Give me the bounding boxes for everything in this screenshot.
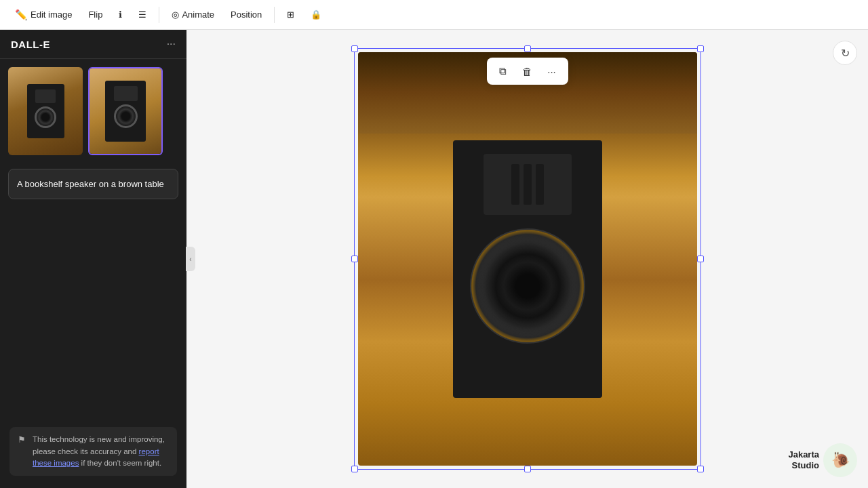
snail-icon: 🐌 (831, 451, 850, 469)
flip-button[interactable]: Flip (81, 5, 109, 24)
image-thumb-1[interactable] (8, 67, 83, 155)
duplicate-button[interactable]: ⧉ (492, 60, 514, 82)
handle-bottom-center[interactable] (524, 466, 531, 472)
image-thumb-2[interactable] (88, 67, 163, 155)
tweeter-inner (511, 164, 544, 205)
tweeter-bar-1 (511, 164, 519, 205)
canvas-image-wrapper[interactable]: ⧉ 🗑 ··· (358, 52, 697, 466)
animate-icon: ◎ (172, 9, 179, 20)
trash-icon: 🗑 (522, 66, 532, 77)
menu-button[interactable]: ☰ (132, 5, 153, 24)
handle-top-center[interactable] (524, 45, 531, 52)
sidebar-bottom: ⚑ This technology is new and improving, … (0, 418, 186, 488)
collapse-handle[interactable]: ‹ (186, 247, 195, 271)
lock-button[interactable]: 🔒 (304, 5, 328, 24)
tweeter-decoration-1 (35, 89, 56, 103)
more-options-button[interactable]: ··· (541, 60, 563, 82)
top-toolbar: ✏️ Edit image Flip ℹ ☰ ◎ Animate Positio… (0, 0, 868, 30)
delete-button[interactable]: 🗑 (517, 60, 538, 82)
disclaimer-text: This technology is new and improving, pl… (33, 434, 169, 469)
more-icon: ··· (547, 66, 556, 77)
watermark-line2: Studio (788, 460, 819, 471)
handle-middle-right[interactable] (697, 256, 704, 262)
refresh-button[interactable]: ↻ (833, 41, 857, 65)
watermark-line1: Jakarta (788, 449, 819, 460)
watermark-text: Jakarta Studio (788, 449, 819, 470)
edit-image-icon: ✏️ (15, 9, 28, 21)
speaker-main-tweeter (484, 154, 572, 215)
canvas-image (358, 52, 697, 466)
woofer-decoration-2 (114, 104, 138, 128)
edit-image-label: Edit image (31, 9, 72, 20)
animate-button[interactable]: ◎ Animate (165, 5, 221, 24)
prompt-box: A bookshelf speaker on a brown table (8, 169, 178, 199)
disclaimer-text-after: if they don't seem right. (79, 459, 161, 467)
tweeter-bar-3 (536, 164, 544, 205)
sidebar-header: DALL-E ··· (0, 30, 186, 59)
image-grid (0, 59, 186, 163)
tweeter-decoration-2 (114, 86, 138, 101)
tweeter-bar-2 (524, 164, 532, 205)
handle-top-left[interactable] (351, 45, 358, 52)
grid-icon: ⊞ (287, 9, 294, 20)
canvas-area[interactable]: ↻ (186, 30, 868, 488)
main-layout: DALL-E ··· (0, 30, 868, 488)
watermark: Jakarta Studio 🐌 (788, 443, 857, 477)
sidebar: DALL-E ··· (0, 30, 186, 488)
handle-bottom-left[interactable] (351, 466, 358, 472)
lock-icon: 🔒 (311, 9, 321, 20)
duplicate-icon: ⧉ (499, 65, 507, 77)
edit-image-button[interactable]: ✏️ Edit image (8, 5, 79, 25)
position-label: Position (231, 9, 262, 20)
handle-bottom-right[interactable] (697, 466, 704, 472)
toolbar-divider-2 (274, 7, 275, 23)
handle-top-right[interactable] (697, 45, 704, 52)
flag-icon: ⚑ (18, 434, 26, 445)
flip-label: Flip (88, 9, 102, 20)
speaker-main-box (453, 140, 602, 398)
menu-icon: ☰ (138, 9, 146, 20)
grid-button[interactable]: ⊞ (280, 5, 301, 24)
speaker-main-image (358, 52, 697, 466)
animate-label: Animate (182, 9, 214, 20)
speaker-main-woofer (470, 228, 585, 344)
toolbar-divider-1 (159, 7, 159, 23)
sidebar-title: DALL-E (11, 39, 50, 50)
woofer-decoration-1 (35, 106, 56, 128)
position-button[interactable]: Position (224, 5, 269, 24)
info-button[interactable]: ℹ (112, 5, 129, 24)
watermark-logo: 🐌 (823, 443, 857, 477)
sidebar-more-button[interactable]: ··· (167, 38, 176, 50)
info-icon: ℹ (119, 9, 122, 20)
disclaimer-box: ⚑ This technology is new and improving, … (9, 427, 177, 476)
handle-middle-left[interactable] (351, 256, 358, 262)
floating-toolbar: ⧉ 🗑 ··· (487, 58, 568, 85)
prompt-text: A bookshelf speaker on a brown table (17, 179, 164, 189)
